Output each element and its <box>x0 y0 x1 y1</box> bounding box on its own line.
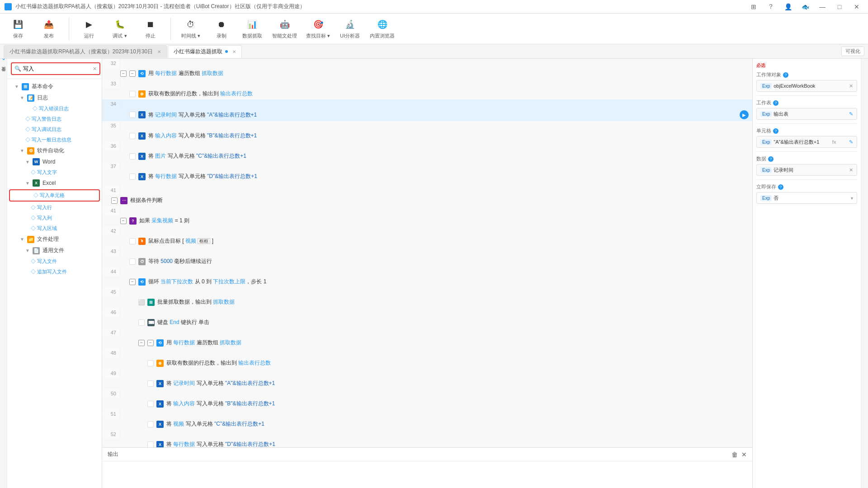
check-33[interactable] <box>129 91 136 97</box>
close-button[interactable]: ✕ <box>850 2 863 11</box>
flow-canvas[interactable]: 32 − − ⟲ 用 每行数据 遍历数组 抓取数据 33 ⊕ 获取有数据的行总数… <box>102 59 752 447</box>
record-button[interactable]: ⏺ 录制 <box>211 18 232 39</box>
collapse-32b[interactable]: − <box>129 70 136 77</box>
row-content-44[interactable]: − ⟲ 循环 当前下拉次数 从 0 到 下拉次数上限，步长 1 <box>102 276 752 287</box>
check-51[interactable] <box>147 421 154 427</box>
ui-analyze-button[interactable]: 🔬 UI分析器 <box>339 18 361 39</box>
help-icon[interactable]: ？ <box>764 2 778 11</box>
sidebar-item-write-word[interactable]: ◇ 写入文字 <box>7 167 102 178</box>
row-content-36[interactable]: X 将 图片 写入单元格 "C"&输出表行总数+1 <box>102 150 752 162</box>
sidebar-item-append-write-file[interactable]: ◇ 追加写入文件 <box>7 267 102 277</box>
data-close-icon[interactable]: ✕ <box>849 167 853 173</box>
sidebar-item-write-warn-log[interactable]: ◇ 写入警告日志 <box>7 114 102 124</box>
worksheet-field[interactable]: Exp 输出表 ✎ <box>756 108 857 120</box>
fish-icon[interactable]: 🐟 <box>798 2 812 11</box>
maximize-button[interactable]: □ <box>833 2 846 11</box>
check-48[interactable] <box>147 360 154 366</box>
sidebar-item-write-error-log[interactable]: ◇ 写入错误日志 <box>7 103 102 114</box>
output-close-icon[interactable]: ✕ <box>741 451 747 458</box>
sidebar-item-general-file[interactable]: ▼ 📄 通用文件 <box>7 245 102 256</box>
row-content-52[interactable]: X 将 每行数据 写入单元格 "D"&输出表行总数+1 <box>102 439 752 447</box>
search-input[interactable] <box>23 66 91 72</box>
cell-field[interactable]: Exp "A"&输出表行总数+1 fx ✎ <box>756 136 857 148</box>
immediate-save-info-icon[interactable]: ? <box>778 184 783 190</box>
sidebar-item-log[interactable]: ▼ 📝 日志 <box>7 92 102 103</box>
workbook-field[interactable]: Exp objExcelWorkBook ✕ <box>756 80 857 92</box>
cell-func-icon[interactable]: fx <box>832 139 836 145</box>
collapse-41a[interactable]: − <box>111 197 118 204</box>
row-content-48[interactable]: ⊕ 获取有数据的行总数，输出到 输出表行总数 <box>102 357 752 369</box>
check-37[interactable] <box>129 174 136 180</box>
collapse-41b[interactable]: − <box>120 218 127 224</box>
publish-button[interactable]: 📤 发布 <box>38 18 60 39</box>
row-content-45[interactable]: ⬜ ⊞ 批量抓取数据，输出到 抓取数据 <box>102 296 752 308</box>
row-content-41a[interactable]: − ⋯ 根据条件判断 <box>102 195 752 206</box>
row-content-35[interactable]: X 将 输入内容 写入单元格 "B"&输出表行总数+1 <box>102 130 752 141</box>
workbook-close-icon[interactable]: ✕ <box>849 83 853 89</box>
row-content-32[interactable]: − − ⟲ 用 每行数据 遍历数组 抓取数据 <box>102 68 752 79</box>
ai-process-button[interactable]: 🤖 智能文处理 <box>272 18 297 39</box>
sidebar-item-write-debug-log[interactable]: ◇ 写入调试日志 <box>7 124 102 135</box>
vtab-commands[interactable]: 命令 <box>0 61 8 68</box>
minimize-button[interactable]: — <box>816 2 829 11</box>
vtab-variables[interactable]: 变量 <box>0 71 8 79</box>
collapse-32[interactable]: − <box>120 70 127 77</box>
cell-edit-icon[interactable]: ✎ <box>849 139 853 145</box>
search-clear-icon[interactable]: ✕ <box>93 66 97 72</box>
collapse-47b[interactable]: − <box>147 340 154 346</box>
browser-button[interactable]: 🌐 内置浏览器 <box>370 18 395 39</box>
data-field[interactable]: Exp 记录时间 ✕ <box>756 164 857 176</box>
collapse-47[interactable]: − <box>138 340 145 346</box>
check-49[interactable] <box>147 380 154 387</box>
collapse-44[interactable]: − <box>129 279 136 285</box>
workbook-info-icon[interactable]: ? <box>783 72 788 78</box>
tab-2[interactable]: 小红书爆款选题抓取 ✕ <box>168 45 242 58</box>
visibility-toggle[interactable]: 可视化 <box>841 47 864 56</box>
run-btn-34[interactable]: ▶ <box>740 110 749 119</box>
sidebar-item-write-row[interactable]: ◇ 写入行 <box>7 202 102 213</box>
row-content-43[interactable]: ⏱ 等待 5000 毫秒后继续运行 <box>102 256 752 267</box>
sidebar-item-excel[interactable]: ▼ X Excel <box>7 178 102 188</box>
check-50[interactable] <box>147 401 154 407</box>
check-42[interactable] <box>129 238 136 244</box>
sidebar-item-file[interactable]: ▼ 📁 文件处理 <box>7 234 102 245</box>
check-43[interactable] <box>129 258 136 265</box>
debug-button[interactable]: 🐛 调试 ▾ <box>109 18 131 39</box>
row-content-34[interactable]: X 将 记录时间 写入单元格 "A"&输出表行总数+1 ▶ <box>102 108 752 121</box>
tab-1-close[interactable]: ✕ <box>157 49 161 54</box>
check-34[interactable] <box>129 112 136 118</box>
find-target-button[interactable]: 🎯 查找目标 ▾ <box>306 18 330 39</box>
search-box[interactable]: 🔍 ✕ <box>11 62 100 75</box>
row-content-37[interactable]: X 将 每行数据 写入单元格 "D"&输出表行总数+1 <box>102 171 752 182</box>
output-clear-icon[interactable]: 🗑 <box>731 451 738 458</box>
row-content-49[interactable]: X 将 记录时间 写入单元格 "A"&输出表行总数+1 <box>102 378 752 389</box>
timer-button[interactable]: ⏱ 时间线 ▾ <box>180 18 202 39</box>
row-content-47[interactable]: − − ⟲ 用 每行数据 遍历数组 抓取数据 <box>102 337 752 348</box>
data-capture-button[interactable]: 📊 数据抓取 <box>241 18 263 39</box>
worksheet-info-icon[interactable]: ? <box>773 100 778 106</box>
check-45[interactable]: ⬜ <box>138 299 145 305</box>
run-button[interactable]: ▶ 运行 <box>78 18 100 39</box>
sidebar-item-write-general-log[interactable]: ◇ 写入一般日志信息 <box>7 135 102 145</box>
worksheet-edit-icon[interactable]: ✎ <box>849 111 853 117</box>
cell-info-icon[interactable]: ? <box>773 128 778 134</box>
row-content-33[interactable]: ⊕ 获取有数据的行总数，输出到 输出表行总数 <box>102 88 752 99</box>
row-content-46[interactable]: ⌨ 键盘 End 键执行 单击 <box>102 317 752 328</box>
row-content-50[interactable]: X 将 输入内容 写入单元格 "B"&输出表行总数+1 <box>102 398 752 409</box>
sidebar-item-word[interactable]: ▼ W Word <box>7 156 102 167</box>
check-52[interactable] <box>147 441 154 448</box>
tab-2-close[interactable]: ✕ <box>232 49 236 54</box>
check-46[interactable] <box>138 319 145 326</box>
row-content-51[interactable]: X 将 视频 写入单元格 "C"&输出表行总数+1 <box>102 418 752 430</box>
sidebar-item-write-col[interactable]: ◇ 写入列 <box>7 213 102 223</box>
sidebar-item-software-automation[interactable]: ▼ ⚙ 软件自动化 <box>7 145 102 156</box>
immediate-save-dropdown[interactable]: Exp 否 ▾ <box>756 192 857 204</box>
user-icon[interactable]: 👤 <box>781 2 795 11</box>
check-36[interactable] <box>129 153 136 160</box>
check-35[interactable] <box>129 133 136 139</box>
save-button[interactable]: 💾 保存 <box>7 18 29 39</box>
tab-1[interactable]: 小红书爆款选题抓取RPA机器人（搜索版）2023年10月30日 ✕ <box>4 45 167 58</box>
grid-icon[interactable]: ⊞ <box>747 2 760 11</box>
stop-button[interactable]: ⏹ 停止 <box>140 18 161 39</box>
row-content-41b[interactable]: − ? 如果 采集视频 = 1 则 <box>102 215 752 226</box>
